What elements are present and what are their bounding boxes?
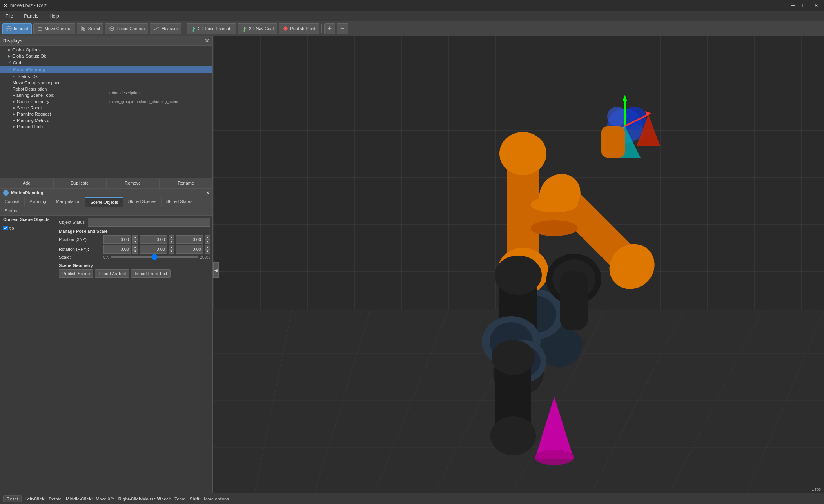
rotation-p-input[interactable] [140, 245, 167, 254]
display-right-col: robot_description move_group/monitored_p… [106, 73, 212, 150]
display-planning-metrics[interactable]: ▶ Planning Metrics [0, 117, 106, 123]
fps-counter: 1 fps [811, 487, 821, 491]
display-move-group-ns[interactable]: Move Group Namespace [0, 80, 106, 86]
maximize-button[interactable]: □ [800, 2, 808, 9]
tab-context[interactable]: Context [0, 197, 25, 207]
tab-manipulation[interactable]: Manipulation [51, 197, 85, 207]
display-two-col: ✓ Status: Ok Move Group Namespace Robot … [0, 73, 212, 150]
planning-scene-value: move_group/monitored_planning_scene [108, 99, 212, 107]
add-toolbar-button[interactable]: + [324, 23, 336, 34]
scale-min: 0% [103, 255, 109, 259]
select-button[interactable]: Select [77, 23, 104, 34]
display-scene-robot[interactable]: ▶ Scene Robot [0, 105, 106, 111]
displays-close[interactable]: ✕ [205, 38, 209, 44]
rotation-y-input[interactable] [176, 245, 203, 254]
motion-planning-close[interactable]: ✕ [206, 190, 209, 196]
position-z-input[interactable] [176, 235, 203, 244]
interact-icon [6, 25, 12, 32]
rename-display-button[interactable]: Rename [160, 178, 213, 188]
focus-camera-button[interactable]: Focus Camera [105, 23, 148, 34]
display-status-ok[interactable]: ✓ Status: Ok [0, 73, 106, 80]
scale-row: Scale: 0% 200% [59, 255, 210, 259]
rotation-r-down[interactable]: ▼ [132, 249, 138, 254]
rotation-p-up[interactable]: ▲ [169, 245, 174, 249]
position-label: Position (XYZ): [59, 237, 102, 242]
tab-stored-scenes[interactable]: Stored Scenes [123, 197, 162, 207]
tab-stored-states[interactable]: Stored States [162, 197, 198, 207]
position-x-input[interactable] [103, 235, 131, 244]
svg-point-65 [531, 197, 578, 212]
position-x-up[interactable]: ▲ [132, 235, 138, 239]
displays-list: ▶ Global Options ▶ Global Status: Ok ✓ G… [0, 46, 212, 178]
robot-desc-value: robot_description [108, 90, 212, 99]
svg-point-32 [499, 132, 546, 175]
minimize-button[interactable]: ─ [789, 2, 797, 9]
display-scene-geometry[interactable]: ▶ Scene Geometry [0, 98, 106, 105]
display-global-options[interactable]: ▶ Global Options [0, 47, 212, 53]
geometry-buttons: Publish Scene Export As Text Import From… [59, 269, 210, 278]
position-row: Position (XYZ): ▲ ▼ ▲ ▼ [59, 235, 210, 244]
position-x-down[interactable]: ▼ [132, 239, 138, 244]
viewport-collapse-button[interactable]: ◀ [213, 262, 219, 278]
export-as-text-button[interactable]: Export As Text [95, 269, 129, 278]
svg-point-6 [243, 30, 245, 32]
rotation-r-up[interactable]: ▲ [132, 245, 138, 249]
object-status-input[interactable] [88, 218, 210, 227]
position-y-input[interactable] [140, 235, 167, 244]
interact-button[interactable]: Interact [2, 23, 32, 34]
remove-display-button[interactable]: Remove [106, 178, 160, 188]
rotation-y-up[interactable]: ▲ [205, 245, 210, 249]
display-robot-desc[interactable]: Robot Description [0, 86, 106, 92]
svg-marker-2 [41, 26, 43, 27]
2d-pose-estimate-button[interactable]: 2D Pose Estimate [187, 23, 236, 34]
display-global-status[interactable]: ▶ Global Status: Ok [0, 53, 212, 59]
current-objects-label: Current Scene Objects [0, 216, 56, 223]
publish-point-icon [282, 25, 289, 32]
add-display-button[interactable]: Add [0, 178, 53, 188]
position-z-down[interactable]: ▼ [205, 239, 210, 244]
close-button[interactable]: ✕ [811, 2, 821, 9]
position-y-down[interactable]: ▼ [169, 239, 174, 244]
expand-icon: ▶ [13, 112, 15, 116]
reset-button[interactable]: Reset [3, 495, 22, 502]
scale-max: 200% [200, 255, 210, 259]
position-y-spinner: ▲ ▼ [169, 235, 174, 244]
rotation-r-input[interactable] [103, 245, 131, 254]
tab-planning[interactable]: Planning [25, 197, 51, 207]
display-grid[interactable]: ✓ Grid [0, 59, 212, 66]
display-planned-path[interactable]: ▶ Planned Path [0, 123, 106, 130]
publish-scene-button[interactable]: Publish Scene [59, 269, 93, 278]
display-motion-planning[interactable]: ✓ MotionPlanning [0, 66, 212, 73]
display-planning-scene-topic[interactable]: Planning Scene Topic [0, 92, 106, 98]
menu-help[interactable]: Help [47, 13, 62, 20]
expand-icon: ▶ [8, 48, 11, 52]
measure-button[interactable]: Measure [150, 23, 181, 34]
rotation-p-down[interactable]: ▼ [169, 249, 174, 254]
move-camera-button[interactable]: Move Camera [33, 23, 75, 34]
menu-panels[interactable]: Panels [22, 13, 41, 20]
publish-point-button[interactable]: Publish Point [279, 23, 319, 34]
object-checkbox-tip[interactable] [3, 226, 8, 230]
position-y-up[interactable]: ▲ [169, 235, 174, 239]
tab-status[interactable]: Status [0, 207, 22, 215]
menu-file[interactable]: File [3, 13, 15, 20]
remove-toolbar-button[interactable]: − [337, 23, 348, 34]
svg-rect-48 [601, 126, 625, 158]
tabs-container: Context Planning Manipulation Scene Obje… [0, 197, 212, 216]
2d-nav-icon [241, 25, 247, 32]
rotation-y-down[interactable]: ▼ [205, 249, 210, 254]
tab-scene-objects[interactable]: Scene Objects [85, 197, 123, 207]
svg-point-63 [535, 450, 574, 465]
manage-pose-title: Manage Pose and Scale [59, 229, 210, 234]
2d-nav-goal-button[interactable]: 2D Nav Goal [238, 23, 277, 34]
shift-label: Shift: [190, 497, 201, 501]
position-z-up[interactable]: ▲ [205, 235, 210, 239]
duplicate-display-button[interactable]: Duplicate [53, 178, 107, 188]
display-planning-request[interactable]: ▶ Planning Request [0, 111, 106, 117]
titlebar-controls[interactable]: ─ □ ✕ [789, 2, 821, 9]
scale-slider[interactable] [111, 256, 198, 258]
viewport[interactable]: ◀ 1 fps [213, 36, 824, 504]
titlebar: ✕ moveit.rviz - RViz ─ □ ✕ [0, 0, 824, 11]
import-from-text-button[interactable]: Import From Text [131, 269, 171, 278]
check-icon: ✓ [13, 74, 16, 79]
